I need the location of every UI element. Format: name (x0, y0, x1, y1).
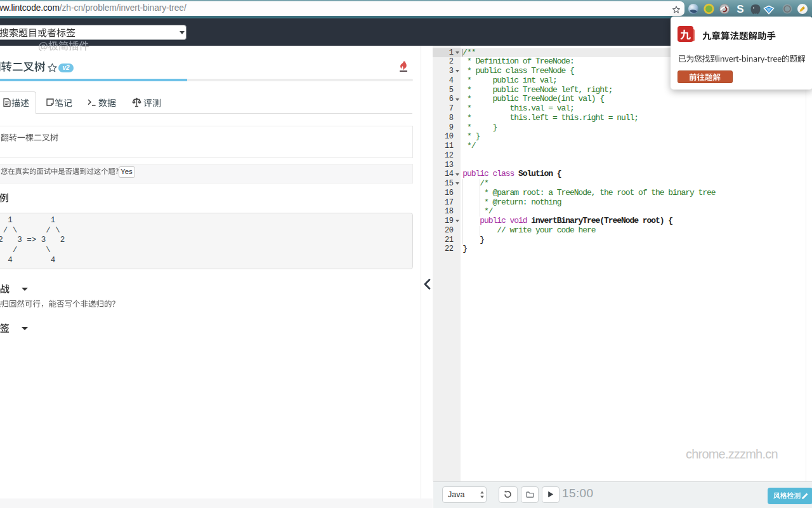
svg-text:S: S (737, 3, 743, 15)
